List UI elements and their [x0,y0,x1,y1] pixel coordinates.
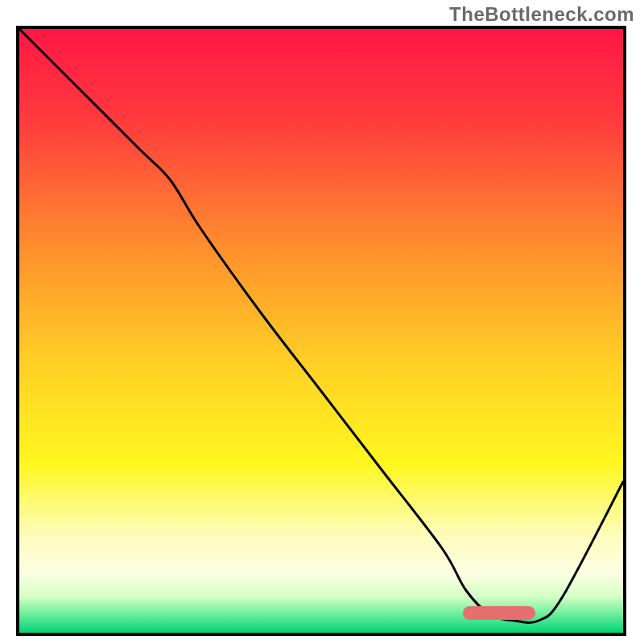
watermark-text: TheBottleneck.com [449,3,634,26]
plot-area [16,26,626,636]
bottleneck-curve [19,29,623,633]
chart-frame: TheBottleneck.com [0,0,644,644]
optimal-range-marker [463,606,535,620]
